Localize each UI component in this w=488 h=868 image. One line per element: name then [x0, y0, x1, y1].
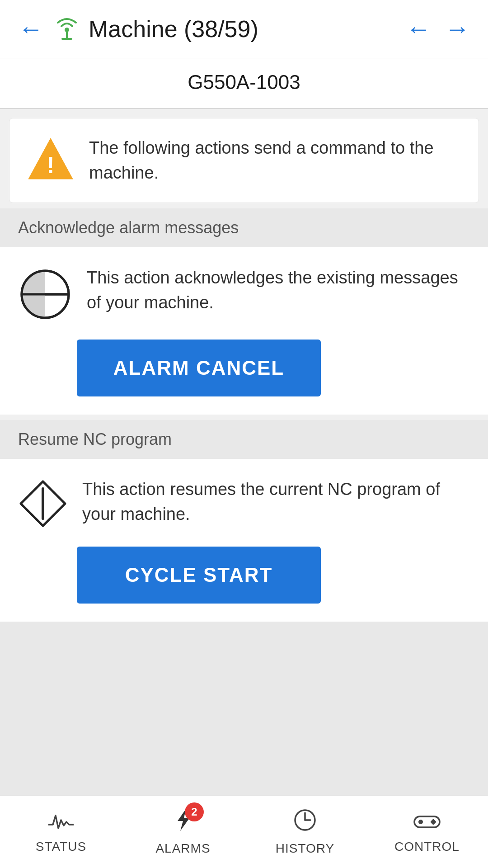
nav-arrows: ← →	[406, 16, 470, 42]
nav-label-alarms: ALARMS	[155, 841, 210, 856]
nav-item-alarms[interactable]: 2 ALARMS	[122, 796, 244, 868]
section-header-resume: Resume NC program	[0, 420, 488, 459]
bottom-nav: STATUS 2 ALARMS HISTORY	[0, 796, 488, 868]
alarm-action-section: This action acknowledges the existing me…	[0, 247, 488, 415]
alarm-action-row: This action acknowledges the existing me…	[18, 265, 470, 323]
page-title: Machine (38/59)	[89, 15, 406, 42]
next-machine-button[interactable]: →	[445, 16, 470, 42]
svg-point-18	[418, 820, 423, 824]
nav-label-history: HISTORY	[276, 841, 334, 856]
machine-id: G550A-1003	[188, 71, 300, 93]
nav-item-status[interactable]: STATUS	[0, 796, 122, 868]
nav-label-status: STATUS	[36, 840, 86, 854]
prev-machine-button[interactable]: ←	[406, 16, 431, 42]
cycle-start-button[interactable]: CYCLE START	[77, 547, 321, 604]
back-button[interactable]: ←	[18, 16, 43, 42]
alarm-action-description: This action acknowledges the existing me…	[87, 265, 470, 315]
section-header-alarm: Acknowledge alarm messages	[0, 208, 488, 247]
app-header: ← Machine (38/59) ← →	[0, 0, 488, 58]
alarms-badge: 2	[185, 802, 204, 821]
machine-id-bar: G550A-1003	[0, 58, 488, 109]
warning-box: ! The following actions send a command t…	[9, 118, 479, 203]
wifi-icon	[52, 14, 81, 44]
nav-item-control[interactable]: CONTROL	[366, 796, 488, 868]
resume-icon	[18, 479, 68, 530]
content-spacer	[0, 622, 488, 796]
resume-action-description: This action resumes the current NC progr…	[82, 477, 470, 527]
warning-text: The following actions send a command to …	[89, 136, 462, 185]
nav-item-history[interactable]: HISTORY	[244, 796, 366, 868]
status-icon	[48, 810, 74, 835]
history-icon	[293, 808, 317, 837]
control-icon	[413, 810, 441, 835]
resume-action-row: This action resumes the current NC progr…	[18, 477, 470, 530]
resume-action-section: This action resumes the current NC progr…	[0, 459, 488, 622]
nav-label-control: CONTROL	[394, 840, 460, 854]
warning-triangle-icon: !	[26, 135, 75, 186]
svg-text:!: !	[47, 152, 54, 178]
acknowledge-icon	[18, 267, 72, 323]
alarm-cancel-button[interactable]: ALARM CANCEL	[77, 340, 321, 396]
